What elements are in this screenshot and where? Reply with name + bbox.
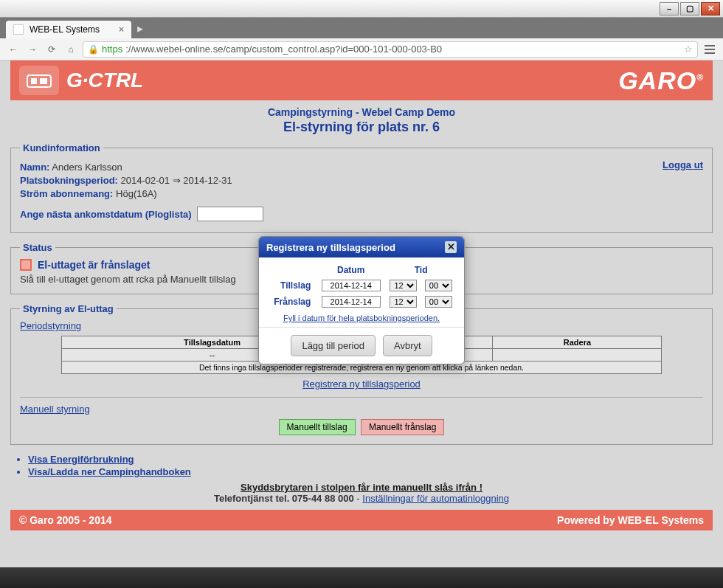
list-item: Visa/Ladda ner Campinghandboken	[28, 466, 713, 477]
add-period-button[interactable]: Lägg till period	[291, 335, 376, 356]
dialog-title: Registrera ny tillslagsperiod	[266, 242, 395, 253]
window-titlebar: – ▢ ✕	[0, 0, 723, 18]
arrival-date-input[interactable]	[197, 207, 263, 221]
garo-logo-text: GARO	[618, 66, 696, 94]
status-indicator-icon	[20, 259, 32, 271]
bottom-links: Visa Energiförbrukning Visa/Ladda ner Ca…	[28, 454, 713, 477]
url-path: ://www.webel-online.se/camp/custom_contr…	[125, 44, 442, 55]
gctrl-badge-icon	[19, 66, 59, 95]
reload-button[interactable]: ⟳	[44, 42, 59, 57]
gctrl-logo-text: G·CTRL	[66, 69, 143, 92]
breaker-warning: Skyddsbrytaren i stolpen får inte manuel…	[10, 482, 713, 493]
handbook-link[interactable]: Visa/Ladda ner Campinghandboken	[28, 466, 191, 477]
window-close-button[interactable]: ✕	[701, 2, 720, 15]
back-button[interactable]: ←	[6, 42, 21, 57]
name-value: Anders Karlsson	[52, 162, 122, 173]
dialog-close-button[interactable]: ✕	[445, 241, 457, 253]
period-control-link[interactable]: Periodstyrning	[20, 320, 81, 331]
footer-right: Powered by WEB-EL Systems	[557, 514, 704, 526]
row-tillslag-label: Tillslag	[268, 278, 315, 293]
svg-rect-1	[31, 78, 37, 84]
gctrl-logo: G·CTRL	[19, 66, 143, 95]
period-value: 2014-02-01 ⇒ 2014-12-31	[121, 175, 232, 186]
manual-on-button[interactable]: Manuellt tillslag	[279, 419, 356, 435]
lock-icon: 🔒	[88, 44, 99, 55]
page-subtitle: Campingstyrning - Webel Camp Demo	[10, 106, 713, 118]
subscription-value: Hög(16A)	[116, 188, 157, 199]
phone-label: Telefontjänst tel. 075-44 88 000	[214, 493, 354, 504]
tillslag-hour-select[interactable]: 12	[390, 280, 417, 291]
franslag-date-input[interactable]	[322, 296, 381, 308]
franslag-min-select[interactable]: 00	[425, 296, 452, 308]
window-maximize-button[interactable]: ▢	[680, 2, 699, 15]
name-label: Namn:	[20, 162, 49, 173]
dialog-body: Datum Tid Tillslag 12 00 Frånslag 12 00 …	[259, 257, 464, 327]
tab-close-icon[interactable]: ×	[119, 24, 124, 35]
browser-menu-button[interactable]	[702, 45, 717, 54]
energy-link[interactable]: Visa Energiförbrukning	[28, 454, 134, 465]
arrival-label: Ange nästa ankomstdatum (Ploglista)	[20, 209, 192, 220]
status-headline: El-uttaget är frånslaget	[38, 259, 150, 271]
manual-control-link[interactable]: Manuell styrning	[20, 404, 90, 415]
home-button[interactable]: ⌂	[63, 42, 78, 57]
manual-off-button[interactable]: Manuellt frånslag	[361, 419, 444, 435]
col-radera: Radera	[493, 336, 662, 349]
customer-info-box: Kundinformation Logga ut Namn: Anders Ka…	[10, 142, 713, 233]
status-desc-prefix: Slå till el-uttaget genom att r	[20, 274, 139, 285]
tillslag-date-input[interactable]	[322, 280, 381, 291]
dialog-header: Registrera ny tillslagsperiod ✕	[259, 237, 464, 257]
garo-logo: GARO®	[618, 66, 704, 95]
browser-tab[interactable]: WEB-EL Systems ×	[6, 21, 131, 38]
list-item: Visa Energiförbrukning	[28, 454, 713, 465]
divider	[20, 397, 703, 398]
status-desc-suffix: cka på Manuellt tillslag	[139, 274, 236, 285]
browser-toolbar: ← → ⟳ ⌂ 🔒 https ://www.webel-online.se/c…	[0, 38, 723, 60]
browser-tabstrip: WEB-EL Systems × ▸	[0, 18, 723, 38]
period-label: Platsbokningsperiod:	[20, 175, 118, 186]
register-period-dialog: Registrera ny tillslagsperiod ✕ Datum Ti…	[258, 236, 465, 364]
site-footer: © Garo 2005 - 2014 Powered by WEB-EL Sys…	[10, 510, 713, 530]
site-header: G·CTRL GARO®	[10, 60, 713, 100]
dialog-footer: Lägg till period Avbryt	[259, 327, 464, 364]
url-scheme: https	[102, 44, 122, 55]
svg-rect-2	[40, 78, 47, 84]
control-legend: Styrning av El-uttag	[20, 303, 117, 314]
row-franslag-label: Frånslag	[268, 294, 315, 309]
logout-link[interactable]: Logga ut	[663, 159, 703, 170]
page-titles: Campingstyrning - Webel Camp Demo El-sty…	[10, 102, 713, 142]
forward-button[interactable]: →	[25, 42, 40, 57]
favicon-icon	[13, 24, 24, 35]
customer-legend: Kundinformation	[20, 142, 103, 153]
status-legend: Status	[20, 242, 55, 253]
cancel-button[interactable]: Avbryt	[383, 335, 432, 356]
col-tid: Tid	[387, 265, 455, 277]
os-taskbar	[0, 567, 723, 588]
address-bar[interactable]: 🔒 https ://www.webel-online.se/camp/cust…	[83, 41, 698, 58]
auto-login-settings-link[interactable]: Inställningar för automatinloggning	[362, 493, 509, 504]
tillslag-min-select[interactable]: 00	[425, 280, 452, 291]
register-period-link[interactable]: Registrera ny tillslagsperiod	[20, 378, 703, 390]
tab-title: WEB-EL Systems	[30, 24, 100, 35]
franslag-hour-select[interactable]: 12	[390, 296, 417, 308]
window-minimize-button[interactable]: –	[660, 2, 679, 15]
svg-rect-0	[27, 75, 51, 87]
fill-whole-period-link[interactable]: Fyll i datum för hela platsbokningsperio…	[266, 314, 457, 322]
bookmark-star-icon[interactable]: ☆	[684, 44, 693, 55]
footer-left: © Garo 2005 - 2014	[19, 514, 112, 526]
page-title: El-styrning för plats nr. 6	[10, 120, 713, 135]
footer-note: Skyddsbrytaren i stolpen får inte manuel…	[10, 482, 713, 504]
col-datum: Datum	[316, 265, 385, 277]
new-tab-button[interactable]: ▸	[137, 21, 143, 35]
subscription-label: Ström abonnemang:	[20, 188, 113, 199]
